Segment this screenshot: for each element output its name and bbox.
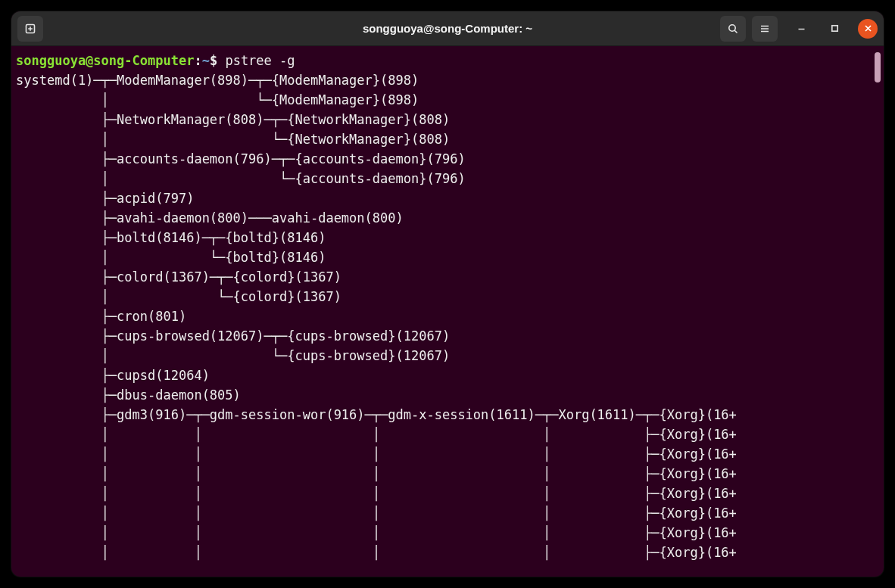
menu-button[interactable] bbox=[752, 16, 778, 42]
new-tab-icon bbox=[24, 23, 36, 35]
close-icon bbox=[864, 24, 872, 33]
terminal-content: songguoya@song-Computer:~$ pstree -g sys… bbox=[16, 51, 884, 562]
hamburger-icon bbox=[759, 23, 771, 35]
terminal-area[interactable]: songguoya@song-Computer:~$ pstree -g sys… bbox=[11, 46, 884, 577]
prompt-user-host: songguoya@song-Computer bbox=[16, 53, 194, 68]
search-button[interactable] bbox=[720, 16, 746, 42]
new-tab-button[interactable] bbox=[17, 16, 43, 42]
search-icon bbox=[727, 23, 739, 35]
terminal-window: songguoya@song-Computer: ~ bbox=[11, 11, 884, 577]
titlebar: songguoya@song-Computer: ~ bbox=[11, 11, 884, 46]
minimize-button[interactable] bbox=[791, 19, 811, 39]
minimize-icon bbox=[797, 24, 806, 33]
close-button[interactable] bbox=[858, 19, 878, 39]
svg-point-3 bbox=[729, 24, 735, 30]
maximize-icon bbox=[831, 24, 839, 33]
prompt-path: ~ bbox=[202, 53, 210, 68]
command-text: pstree -g bbox=[225, 53, 295, 68]
svg-line-4 bbox=[734, 30, 737, 33]
prompt-separator: : bbox=[194, 53, 201, 68]
pstree-output: systemd(1)─┬─ModemManager(898)─┬─{ModemM… bbox=[16, 73, 737, 560]
prompt-symbol: $ bbox=[210, 53, 217, 68]
maximize-button[interactable] bbox=[825, 19, 844, 39]
scrollbar-thumb[interactable] bbox=[875, 52, 881, 82]
svg-rect-9 bbox=[831, 26, 837, 31]
